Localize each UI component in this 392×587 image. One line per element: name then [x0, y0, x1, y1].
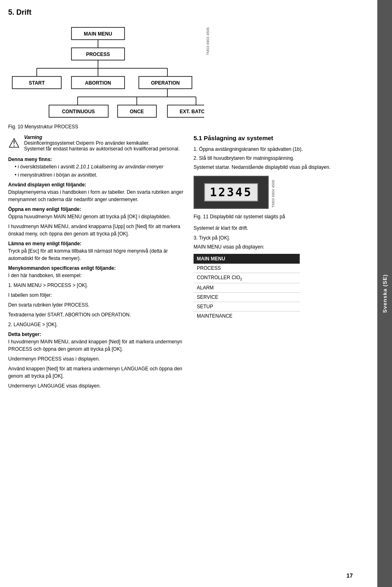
warning-line2: Systemet får endast hanteras av auktoris…	[24, 146, 180, 152]
right-tab-label: Svenska (SE)	[382, 274, 388, 313]
svg-text:CONTINUOUS: CONTINUOUS	[62, 109, 95, 114]
detta-text1: I huvudmenyn MAIN MENU, använd knappen […	[8, 338, 184, 353]
two-column-layout: ⚠ Varning Desinficeringssystemet Oxiperm…	[8, 134, 369, 392]
svg-text:ABORTION: ABORTION	[85, 80, 111, 86]
step2: 2. Slå till huvudbrytaren för matningssp…	[194, 155, 369, 162]
lcd-digits: 12345	[204, 183, 258, 202]
right-tab: Svenska (SE)	[377, 0, 392, 587]
flow-diagram-svg: MAIN MENU PROCESS START ABORTION	[8, 23, 204, 121]
svg-text:ONCE: ONCE	[130, 109, 144, 114]
warning-text: Varning Desinficeringssystemet Oxiperm P…	[24, 134, 180, 152]
menu-item-controller: CONTROLLER ClO2	[194, 273, 300, 283]
right-section-header: 5.1 Påslagning av systemet	[194, 134, 369, 141]
menu-item-alarm: ALARM	[194, 283, 300, 293]
oppna-header: Öppna en meny enligt följande:	[8, 206, 184, 212]
menu-table-header: MAIN MENU	[194, 254, 300, 264]
warning-box: ⚠ Varning Desinficeringssystemet Oxiperm…	[8, 134, 184, 152]
bullet-item-1: i översiktstabellen i avsnitt 2.10.1 Lok…	[15, 163, 184, 170]
fig11-caption: Fig. 11 Displaybild när systemet slagits…	[194, 214, 369, 220]
oppna-text1: Öppna huvudmenyn MAIN MENU genom att try…	[8, 213, 184, 220]
detta-text4: Undermenyn LANGUAGE visas displayen.	[8, 382, 184, 390]
main-content: 5. Drift MAIN MENU PROCESS ST	[0, 0, 377, 587]
display-area: 12345 TM03 6904 4506	[194, 176, 369, 209]
svg-text:PROCESS: PROCESS	[86, 52, 110, 57]
menu-item-process: PROCESS	[194, 264, 300, 273]
flow-diagram-wrapper: MAIN MENU PROCESS START ABORTION	[8, 23, 369, 121]
detta-header: Detta betyger:	[8, 332, 184, 337]
detta-text2: Undermenyn PROCESS visas i displayen.	[8, 355, 184, 363]
main-menu-table: MAIN MENU PROCESS CONTROLLER ClO2 ALARM …	[194, 254, 300, 320]
left-column: ⚠ Varning Desinficeringssystemet Oxiperm…	[8, 134, 184, 392]
page-container: 5. Drift MAIN MENU PROCESS ST	[0, 0, 392, 587]
section-title: 5. Drift	[8, 8, 369, 17]
detta-text3: Använd knappen [Ned] för att markera und…	[8, 365, 184, 380]
bullet-item-2: i menystruktiren i början av avsnittet.	[15, 171, 184, 179]
tm-label-diagram2: TM03 6904 4506	[271, 176, 275, 208]
oppna-text2: I huvudmenyn MAIN MENU, använd knapparna…	[8, 223, 184, 237]
page-number: 17	[346, 572, 353, 579]
svg-text:START: START	[29, 80, 45, 86]
svg-text:OPERATION: OPERATION	[151, 80, 180, 86]
lcd-display: 12345	[194, 176, 269, 209]
system-start-text: Systemet startar. Nedanstående displaybi…	[194, 164, 369, 171]
link-text-1: 2.10.1 Lokalisering av användar-menyer	[76, 164, 163, 170]
warning-line1: Desinficeringssystemet Oxiperm Pro använ…	[24, 140, 180, 146]
menu-item-setup: SETUP	[194, 302, 300, 311]
anvand-header: Använd displayen enligt följande:	[8, 182, 184, 188]
denna-meny-header: Denna meny finns:	[8, 157, 184, 162]
anvand-text: Displaymenyerna visas i handboken i form…	[8, 188, 184, 203]
meny-text4: Textraderna lyder START, ABORTION och OP…	[8, 311, 184, 318]
fig10-caption: Fig. 10 Menystruktur PROCESS	[8, 124, 369, 130]
main-menu-shows: MAIN MENU visas på displayen:	[194, 243, 369, 251]
step1: 1. Öppna avstängningskranen för spädvatt…	[194, 146, 369, 153]
meny-text3: Den svarta rubriken lyder PROCESS.	[8, 301, 184, 309]
warning-title: Varning	[24, 134, 180, 140]
meny-text1: I den här handboken, till exempel:	[8, 272, 184, 279]
svg-text:EXT. BATCH: EXT. BATCH	[180, 109, 204, 114]
step3: 3. Tryck på [OK].	[194, 234, 369, 242]
menu-item-service: SERVICE	[194, 293, 300, 302]
meny-item1: 1. MAIN MENU > PROCESS > [OK].	[8, 282, 184, 289]
meny-header: Menykommandon specificeras enligt följan…	[8, 265, 184, 271]
lamna-text: Tryck på [Esc] för att komma tillbaka ti…	[8, 247, 184, 262]
meny-text2: I tabellen som följer:	[8, 291, 184, 299]
system-ready: Systemet är klart för drift.	[194, 224, 369, 232]
meny-item2: 2. LANGUAGE > [OK].	[8, 321, 184, 328]
warning-icon: ⚠	[8, 135, 20, 151]
tm-label-diagram1: TM03 6903 4506	[206, 23, 210, 55]
right-column: 5.1 Påslagning av systemet 1. Öppna avst…	[194, 134, 369, 392]
lcd-container: 12345	[194, 176, 269, 209]
svg-text:MAIN MENU: MAIN MENU	[84, 31, 112, 37]
lamna-header: Lämna en meny enligt följande:	[8, 241, 184, 246]
menu-item-maintenance: MAINTENANCE	[194, 311, 300, 320]
